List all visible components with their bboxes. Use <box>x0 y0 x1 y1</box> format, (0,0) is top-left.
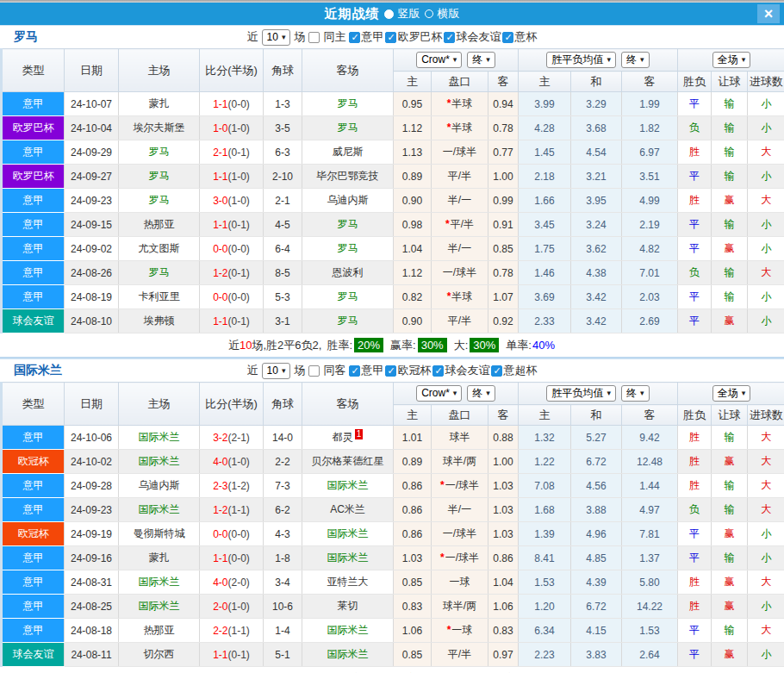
handicap-result-cell: 输 <box>712 140 748 165</box>
type-cell: 意甲 <box>2 619 65 643</box>
avg-draw-odds: 3.95 <box>571 189 622 213</box>
crow-home-odds: 1.12 <box>394 261 432 285</box>
crow-away-odds: 0.78 <box>488 116 519 140</box>
avg-draw-odds: 3.83 <box>571 643 622 667</box>
avg-group-header: 胜平负均值▾终▾ <box>519 383 678 405</box>
score-cell: 0-0(0-0) <box>200 285 264 309</box>
same-side-checkbox[interactable] <box>308 32 320 43</box>
home-team-cell: 尤文图斯 <box>119 237 200 261</box>
vertical-layout-radio[interactable] <box>384 9 394 19</box>
competition-checkbox[interactable] <box>444 32 455 43</box>
goals-result-cell: 大 <box>748 570 784 595</box>
column-header: 客 <box>488 405 519 426</box>
filter-controls: 近 10▾ 场 同客 意甲欧冠杯球会友谊意超杯 <box>247 363 538 379</box>
competition-label: 意杯 <box>514 29 537 45</box>
halftime-score: (2-0) <box>228 576 250 589</box>
match-row: 球会友谊24-08-11切尔西1-1(0-1)5-1国际米兰0.85平/半0.9… <box>2 643 784 667</box>
score-cell: 2-3(1-2) <box>200 474 264 498</box>
crow-home-odds: 0.98 <box>394 213 432 237</box>
crow-away-odds: 1.03 <box>488 498 519 522</box>
horizontal-layout-radio[interactable] <box>425 9 433 18</box>
competition-checkbox[interactable] <box>349 365 360 377</box>
home-team-cell: 国际米兰 <box>119 570 200 595</box>
match-count-select[interactable]: 10▾ <box>262 363 291 379</box>
bookmaker-select[interactable]: Crow*▾ <box>416 52 462 68</box>
handicap-cell: 球半/两 <box>432 595 488 619</box>
halftime-score: (1-1) <box>228 625 250 637</box>
competition-checkbox[interactable] <box>385 365 396 377</box>
home-team-cell: 卡利亚里 <box>119 285 200 309</box>
avg-select[interactable]: 胜平负均值▾ <box>546 52 616 68</box>
scope-select[interactable]: 全场▾ <box>712 385 751 402</box>
avg-home-odds: 1.32 <box>519 426 571 450</box>
handicap-cell: 球半/两 <box>432 450 488 474</box>
horizontal-layout-label[interactable]: 横版 <box>438 6 460 22</box>
bookmaker-select[interactable]: Crow*▾ <box>416 385 462 402</box>
match-row: 意甲24-08-18热那亚2-2(1-1)1-4国际米兰1.06*一球0.836… <box>2 619 784 643</box>
result-cell: 平 <box>678 546 712 570</box>
goals-result-cell: 大 <box>748 450 784 474</box>
corner-cell: 2-1 <box>264 189 302 213</box>
scope-group-header: 全场▾ <box>678 383 784 405</box>
home-team-cell: 乌迪内斯 <box>119 474 200 498</box>
handicap-value: 平/半 <box>448 170 471 182</box>
avg-home-odds: 3.45 <box>519 213 571 237</box>
close-icon: × <box>764 5 774 23</box>
away-team-cell: 都灵1 <box>302 426 394 450</box>
competition-checkbox[interactable] <box>491 365 502 377</box>
competition-checkbox[interactable] <box>502 32 513 43</box>
bookmaker-final-select[interactable]: 终▾ <box>467 52 495 68</box>
avg-away-odds: 4.82 <box>622 237 678 261</box>
summary-stat-label: 赢率: <box>390 339 416 352</box>
date-cell: 24-09-27 <box>65 165 119 189</box>
avg-away-odds: 2.19 <box>622 213 678 237</box>
avg-select[interactable]: 胜平负均值▾ <box>546 385 616 402</box>
crow-home-odds: 0.89 <box>394 450 432 474</box>
column-header: 主 <box>394 72 432 92</box>
handicap-value: 一/球半 <box>443 527 476 539</box>
match-row: 欧罗巴杯24-10-04埃尔夫斯堡1-0(1-0)3-5罗马1.12*半球0.7… <box>2 116 784 140</box>
avg-home-odds: 1.53 <box>519 570 571 595</box>
column-header: 胜负 <box>678 72 712 92</box>
avg-away-odds: 1.53 <box>622 619 678 643</box>
handicap-result-cell: 输 <box>712 92 748 116</box>
avg-draw-odds: 4.15 <box>571 619 622 643</box>
handicap-value: 球半 <box>450 431 470 443</box>
crow-away-odds: 0.97 <box>488 643 519 667</box>
close-button[interactable]: × <box>757 4 780 23</box>
filter-controls: 近 10▾ 场 同主 意甲欧罗巴杯球会友谊意杯 <box>247 29 538 46</box>
competition-checkbox[interactable] <box>385 32 396 43</box>
competition-checkbox[interactable] <box>432 365 444 377</box>
fulltime-score: 2-2 <box>213 625 227 637</box>
summary-stat-value: 40% <box>532 339 555 352</box>
handicap-value: 一球 <box>450 576 470 588</box>
handicap-result-cell: 输 <box>712 261 748 285</box>
vertical-layout-label[interactable]: 竖版 <box>398 6 420 22</box>
handicap-cell: 一/球半 <box>432 140 488 165</box>
team-section-inter: 国际米兰 近 10▾ 场 同客 意甲欧冠杯球会友谊意超杯 类型日期主场比分(半场… <box>0 358 784 673</box>
avg-final-select[interactable]: 终▾ <box>621 52 650 68</box>
competition-checkbox[interactable] <box>349 32 360 43</box>
avg-away-odds: 2.64 <box>622 643 678 667</box>
column-header: 客 <box>622 405 678 426</box>
date-cell: 24-10-06 <box>65 426 119 450</box>
away-team-cell: 毕尔巴鄂竞技 <box>302 165 394 189</box>
goals-result-cell: 小 <box>748 546 784 570</box>
away-team-cell: 威尼斯 <box>302 140 394 165</box>
fulltime-score: 1-1 <box>213 552 227 564</box>
scope-select[interactable]: 全场▾ <box>712 52 751 68</box>
goals-result-cell: 小 <box>748 213 784 237</box>
goals-result-cell: 小 <box>748 309 784 333</box>
avg-away-odds: 1.82 <box>622 116 678 140</box>
corner-cell: 6-3 <box>264 140 302 165</box>
avg-final-select[interactable]: 终▾ <box>621 385 650 402</box>
result-cell: 胜 <box>678 426 712 450</box>
match-count-select[interactable]: 10▾ <box>262 29 291 46</box>
column-header: 让球 <box>712 405 748 426</box>
goals-result-cell: 大 <box>748 426 784 450</box>
avg-final-select-value: 终 <box>626 387 637 400</box>
column-header: 主 <box>519 72 571 92</box>
bookmaker-final-select[interactable]: 终▾ <box>467 385 495 402</box>
same-side-checkbox[interactable] <box>308 365 320 377</box>
away-team-cell: 国际米兰 <box>302 619 394 643</box>
